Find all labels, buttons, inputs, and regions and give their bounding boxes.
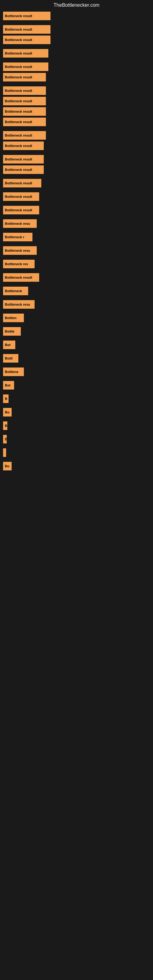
- bar: Bottleneck result: [3, 155, 44, 164]
- bar-label: Bottleneck result: [5, 208, 32, 212]
- bar: Bottleneck result: [3, 12, 51, 20]
- bar: Bottleneck result: [3, 192, 39, 201]
- bar-row: [3, 449, 150, 457]
- bar-row: Bottleneck result: [3, 12, 150, 20]
- bar: Bot: [3, 381, 14, 390]
- bar-label: Bottleneck result: [5, 144, 32, 148]
- bar-row: Bot: [3, 340, 150, 349]
- bar-label: Bottleneck result: [5, 168, 32, 172]
- bar: Bottleneck: [3, 286, 28, 295]
- bar-label: Bot: [5, 343, 10, 347]
- bar-label: Bottl: [5, 356, 13, 360]
- bar-label: Bottleneck result: [5, 89, 32, 92]
- bar-row: Bo: [3, 462, 150, 470]
- bar-label: Bottleneck result: [5, 134, 32, 137]
- bar-label: Bottleneck r: [5, 235, 24, 239]
- bar-label: Bot: [5, 383, 10, 387]
- bar-row: Bottleneck resu: [3, 219, 150, 228]
- bar-row: Bottleneck result: [3, 155, 150, 164]
- bar-row: B: [3, 395, 150, 403]
- bar-row: Bot: [3, 381, 150, 390]
- bar: Bo: [3, 408, 12, 417]
- bar-row: Bottleneck: [3, 286, 150, 295]
- bar-label: Bottleneck result: [5, 38, 32, 41]
- bar-label: Bottleneck result: [5, 27, 32, 31]
- bar: Bottleneck result: [3, 131, 46, 140]
- bar-row: Bottle: [3, 327, 150, 336]
- bar: B: [3, 422, 7, 430]
- bar-row: Bottleneck result: [3, 273, 150, 282]
- bar-label: Bottleneck result: [5, 195, 32, 199]
- bar-row: Bottleneck result: [3, 165, 150, 174]
- bar: Bottlene: [3, 368, 24, 376]
- bar: [3, 449, 6, 457]
- bar: Bottleneck result: [3, 142, 44, 150]
- bar-label: Bottleneck result: [5, 120, 32, 124]
- bar: B: [3, 435, 7, 444]
- bar-label: Bo: [5, 410, 10, 414]
- bar: Bottleneck result: [3, 73, 46, 81]
- bar-label: Bottleneck resu: [5, 302, 30, 306]
- bar-label: Bottleneck result: [5, 14, 32, 18]
- bar: Bo: [3, 462, 12, 470]
- bar: Bottle: [3, 327, 21, 336]
- bar-row: Bottleneck result: [3, 86, 150, 95]
- bar: Bottleneck result: [3, 206, 39, 215]
- bar-label: B: [5, 397, 7, 401]
- bar-label: Bottleneck: [5, 289, 22, 293]
- bar-label: Bottleneck result: [5, 275, 32, 279]
- bar: Bottleneck result: [3, 86, 46, 95]
- bar-row: Bottleneck result: [3, 35, 150, 44]
- bar: Bottleneck res: [3, 260, 35, 268]
- bar: Bottleneck result: [3, 35, 51, 44]
- bar-label: Bo: [5, 464, 10, 468]
- bar-row: B: [3, 422, 150, 430]
- bar-row: Bottleneck result: [3, 179, 150, 188]
- bar: Bottleneck result: [3, 97, 46, 105]
- bar-row: Bottleneck result: [3, 118, 150, 126]
- bar-label: Bottleneck resu: [5, 249, 30, 252]
- bar-row: Bottlene: [3, 368, 150, 376]
- bar-row: Bottleneck r: [3, 233, 150, 241]
- bar-label: Bottleneck result: [5, 158, 32, 161]
- bar-label: Bottleneck result: [5, 65, 32, 68]
- bar: Bottleneck result: [3, 165, 44, 174]
- bar: B: [3, 395, 9, 403]
- bar-label: B: [5, 424, 7, 428]
- bar: Bottleneck r: [3, 233, 32, 241]
- bar: Bottleneck result: [3, 62, 48, 71]
- bar-label: Bottleneck result: [5, 99, 32, 103]
- bar-label: Bottlen: [5, 316, 16, 320]
- bar-row: Bottleneck result: [3, 107, 150, 116]
- bar-label: Bottleneck result: [5, 181, 32, 185]
- bar: Bottleneck resu: [3, 300, 35, 309]
- bar: Bot: [3, 340, 15, 349]
- bar: Bottleneck resu: [3, 246, 37, 255]
- bars-container: Bottleneck resultBottleneck resultBottle…: [0, 9, 153, 475]
- bar-label: B: [5, 438, 7, 441]
- bar-row: Bo: [3, 408, 150, 417]
- bar-label: Bottleneck res: [5, 262, 28, 266]
- bar-label: Bottleneck result: [5, 75, 32, 79]
- bar-row: Bottl: [3, 354, 150, 363]
- bar-label: Bottlene: [5, 370, 18, 374]
- bar-row: Bottleneck res: [3, 260, 150, 268]
- bar-row: Bottleneck result: [3, 62, 150, 71]
- bar-row: Bottleneck result: [3, 131, 150, 140]
- bar: Bottleneck result: [3, 179, 41, 188]
- bar-row: Bottleneck result: [3, 49, 150, 57]
- bar-row: Bottleneck result: [3, 25, 150, 34]
- bar: Bottleneck result: [3, 107, 46, 116]
- bar-label: Bottle: [5, 329, 14, 333]
- bar-label: Bottleneck result: [5, 110, 32, 113]
- bar-row: Bottlen: [3, 313, 150, 322]
- bar: Bottleneck result: [3, 273, 39, 282]
- bar-label: Bottleneck result: [5, 51, 32, 55]
- bar-label: Bottleneck resu: [5, 222, 30, 225]
- bar-row: Bottleneck result: [3, 192, 150, 201]
- bar-row: Bottleneck result: [3, 73, 150, 81]
- bar: Bottlen: [3, 313, 24, 322]
- bar-row: Bottleneck result: [3, 206, 150, 215]
- bar: Bottleneck resu: [3, 219, 37, 228]
- bar-row: B: [3, 435, 150, 444]
